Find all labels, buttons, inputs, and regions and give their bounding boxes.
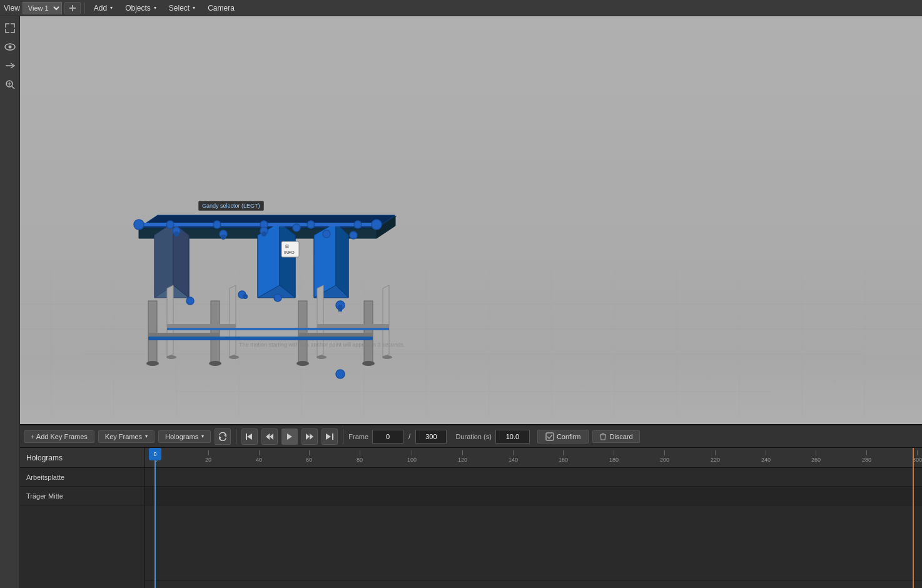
svg-rect-74 xyxy=(148,301,157,363)
play-button[interactable] xyxy=(281,428,298,445)
svg-rect-52 xyxy=(583,384,585,387)
top-menu-bar: View View 1 Add ▾ Objects ▾ Select ▾ Cam… xyxy=(0,0,922,16)
svg-text:⊞: ⊞ xyxy=(285,244,289,248)
svg-point-102 xyxy=(293,224,300,231)
hologram-item-1[interactable]: Träger Mitte xyxy=(20,487,144,505)
svg-rect-36 xyxy=(633,363,636,366)
go-start-button[interactable] xyxy=(241,428,258,445)
ruler-mark-120: 120 xyxy=(458,448,467,467)
svg-point-101 xyxy=(261,231,266,236)
discard-button[interactable]: Discard xyxy=(592,430,639,443)
svg-rect-79 xyxy=(364,301,373,363)
svg-marker-142 xyxy=(310,433,313,440)
camera-menu[interactable]: Camera xyxy=(203,3,240,14)
main-layout: ⊞ INFO Gandy selector (LEGT) The motion … xyxy=(0,16,922,588)
ruler-mark-240: 240 xyxy=(761,448,771,467)
frame-input[interactable] xyxy=(372,430,403,444)
ruler-mark-100: 100 xyxy=(407,448,417,467)
eye-tool-button[interactable] xyxy=(2,39,18,55)
expand-tool-button[interactable] xyxy=(2,20,18,36)
go-end-button[interactable] xyxy=(322,428,338,445)
frame-slash: / xyxy=(408,432,410,441)
end-frame-marker xyxy=(913,448,914,588)
svg-marker-76 xyxy=(167,285,173,357)
playhead[interactable]: 0 xyxy=(155,448,156,588)
svg-point-99 xyxy=(221,235,226,240)
confirm-button[interactable]: Confirm xyxy=(537,430,589,444)
svg-point-94 xyxy=(354,221,362,228)
svg-rect-53 xyxy=(708,374,711,377)
svg-rect-55 xyxy=(51,304,54,307)
svg-marker-140 xyxy=(287,433,292,440)
svg-point-93 xyxy=(307,221,315,228)
playhead-frame-indicator: 0 xyxy=(149,448,161,460)
svg-rect-59 xyxy=(677,305,679,308)
viewport[interactable]: ⊞ INFO Gandy selector (LEGT) The motion … xyxy=(20,16,922,588)
track-row-0 xyxy=(145,468,922,487)
svg-rect-78 xyxy=(298,301,307,363)
separator-1 xyxy=(84,3,85,14)
svg-point-104 xyxy=(350,231,357,239)
ruler-mark-200: 200 xyxy=(660,448,669,467)
svg-rect-112 xyxy=(281,241,299,257)
track-row-2 xyxy=(145,505,922,580)
view-select[interactable]: View 1 xyxy=(23,2,62,14)
holograms-dropdown-button[interactable]: Holograms ▾ xyxy=(158,430,211,443)
svg-point-111 xyxy=(186,297,194,305)
select-menu[interactable]: Select ▾ xyxy=(164,3,200,14)
svg-point-107 xyxy=(336,370,345,378)
tl-separator-1 xyxy=(236,429,236,444)
ruler-mark-220: 220 xyxy=(711,448,720,467)
svg-rect-48 xyxy=(914,335,917,338)
objects-menu[interactable]: Objects ▾ xyxy=(120,3,161,14)
total-frames-input[interactable] xyxy=(415,430,447,444)
svg-rect-38 xyxy=(758,354,761,357)
table-3d-object: ⊞ INFO xyxy=(120,185,408,385)
svg-rect-56 xyxy=(427,301,429,303)
duration-input[interactable] xyxy=(495,430,530,444)
svg-marker-77 xyxy=(230,285,236,357)
svg-rect-145 xyxy=(546,433,554,440)
ruler-mark-140: 140 xyxy=(509,448,518,467)
svg-rect-33 xyxy=(445,342,448,344)
svg-marker-137 xyxy=(247,433,252,440)
svg-rect-57 xyxy=(489,307,492,310)
timeline-ruler-inner: 0204060801001201401601802002202402602803… xyxy=(145,448,922,467)
svg-marker-70 xyxy=(280,223,295,298)
add-menu[interactable]: Add ▾ xyxy=(89,3,118,14)
frame-label: Frame xyxy=(348,433,368,440)
ruler-mark-160: 160 xyxy=(559,448,568,467)
keyframes-arrow: ▾ xyxy=(145,433,148,439)
sync-button[interactable] xyxy=(215,428,231,445)
left-toolbar xyxy=(0,16,20,588)
holograms-arrow: ▾ xyxy=(201,433,204,439)
svg-rect-144 xyxy=(332,433,333,440)
ruler-mark-40: 40 xyxy=(256,448,262,467)
svg-marker-141 xyxy=(306,433,310,440)
ruler-mark-180: 180 xyxy=(609,448,619,467)
hologram-item-0[interactable]: Arbeitsplatte xyxy=(20,468,144,487)
svg-point-115 xyxy=(146,361,159,366)
svg-point-3 xyxy=(8,46,11,49)
add-icon-btn[interactable] xyxy=(64,2,81,14)
svg-point-117 xyxy=(296,361,309,366)
ruler-mark-20: 20 xyxy=(205,448,211,467)
track-row-1 xyxy=(145,487,922,505)
view-label: View xyxy=(4,4,20,13)
navigate-tool-button[interactable] xyxy=(2,58,18,74)
svg-point-122 xyxy=(382,355,392,359)
svg-marker-73 xyxy=(336,223,348,298)
hologram-list: Holograms Arbeitsplatte Träger Mitte xyxy=(20,448,145,588)
tl-separator-2 xyxy=(343,429,343,444)
keyframes-dropdown-button[interactable]: Key Frames ▾ xyxy=(98,430,155,443)
timeline-panel: + Add Key Frames Key Frames ▾ Holograms … xyxy=(20,424,922,588)
add-keyframes-button[interactable]: + Add Key Frames xyxy=(24,430,94,443)
rewind-button[interactable] xyxy=(261,428,278,445)
svg-rect-136 xyxy=(246,433,247,440)
svg-rect-35 xyxy=(570,348,573,350)
zoom-tool-button[interactable] xyxy=(2,76,18,93)
svg-rect-45 xyxy=(727,323,729,325)
ruler-mark-60: 60 xyxy=(306,448,312,467)
svg-point-90 xyxy=(166,221,174,228)
forward-button[interactable] xyxy=(301,428,318,445)
